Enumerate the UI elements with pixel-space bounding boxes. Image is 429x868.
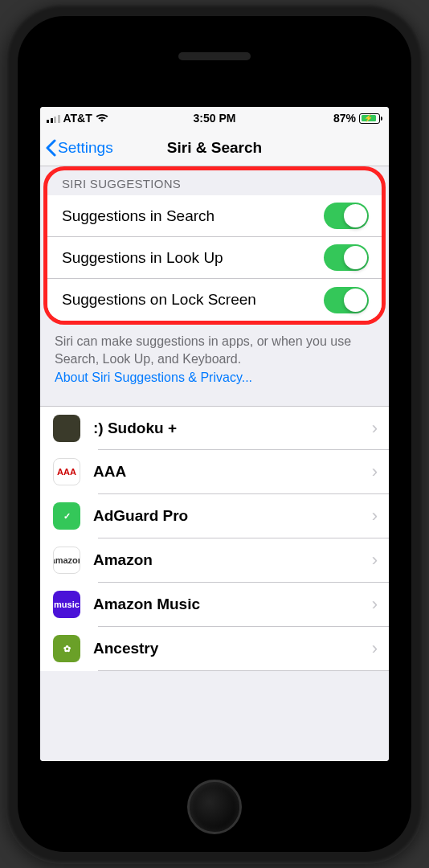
phone-inner: AT&T 3:50 PM 87% ⚡ Se: [18, 16, 411, 852]
back-label: Settings: [58, 139, 113, 157]
content[interactable]: SIRI SUGGESTIONS Suggestions in Search S…: [40, 166, 389, 761]
app-label: Ancestry: [93, 640, 372, 657]
app-label: Amazon Music: [93, 596, 372, 613]
wifi-icon: [96, 113, 108, 123]
chevron-right-icon: ›: [372, 461, 378, 482]
chevron-right-icon: ›: [372, 550, 378, 571]
home-button[interactable]: [187, 780, 242, 834]
app-label: :) Sudoku +: [93, 420, 372, 437]
back-button[interactable]: Settings: [45, 139, 113, 157]
status-right: 87% ⚡: [333, 112, 382, 125]
app-row[interactable]: AAAAAA›: [40, 450, 389, 494]
app-label: AdGuard Pro: [93, 507, 372, 525]
chevron-right-icon: ›: [372, 418, 378, 439]
row-label: Suggestions in Look Up: [62, 249, 324, 267]
phone-frame: AT&T 3:50 PM 87% ⚡ Se: [6, 4, 423, 864]
app-row[interactable]: ✓AdGuard Pro›: [40, 494, 389, 538]
app-icon: music: [53, 591, 80, 618]
row-label: Suggestions in Search: [62, 207, 324, 225]
row-suggestions-lockscreen[interactable]: Suggestions on Lock Screen: [47, 279, 382, 321]
row-label: Suggestions on Lock Screen: [62, 291, 324, 309]
status-bar: AT&T 3:50 PM 87% ⚡: [40, 107, 389, 129]
chevron-right-icon: ›: [372, 638, 378, 659]
privacy-link[interactable]: About Siri Suggestions & Privacy...: [55, 369, 374, 387]
toggle-switch[interactable]: [324, 203, 369, 229]
app-row[interactable]: musicAmazon Music›: [40, 583, 389, 627]
section-header: SIRI SUGGESTIONS: [47, 170, 382, 195]
status-left: AT&T: [47, 112, 108, 125]
app-row[interactable]: amazonAmazon›: [40, 538, 389, 583]
app-icon: [53, 415, 80, 442]
chevron-right-icon: ›: [372, 594, 378, 615]
chevron-left-icon: [45, 139, 56, 157]
highlight-annotation: SIRI SUGGESTIONS Suggestions in Search S…: [43, 166, 386, 325]
app-row[interactable]: ✿Ancestry›: [40, 627, 389, 671]
toggle-switch[interactable]: [324, 287, 369, 313]
app-icon: amazon: [53, 547, 80, 574]
app-icon: AAA: [53, 458, 80, 485]
battery-icon: ⚡: [359, 113, 382, 124]
charging-icon: ⚡: [364, 115, 373, 122]
section-footer: Siri can make suggestions in apps, or wh…: [40, 325, 389, 401]
chevron-right-icon: ›: [372, 506, 378, 526]
app-label: AAA: [93, 463, 372, 481]
screen: AT&T 3:50 PM 87% ⚡ Se: [40, 107, 389, 761]
footer-text: Siri can make suggestions in apps, or wh…: [55, 334, 351, 366]
row-suggestions-search[interactable]: Suggestions in Search: [47, 195, 382, 237]
toggle-switch[interactable]: [324, 244, 369, 271]
carrier-label: AT&T: [63, 112, 92, 125]
row-suggestions-lookup[interactable]: Suggestions in Look Up: [47, 237, 382, 279]
nav-bar: Settings Siri & Search: [40, 129, 389, 166]
speaker-grille: [178, 52, 251, 60]
signal-icon: [47, 113, 60, 123]
app-icon: ✓: [53, 502, 80, 530]
app-label: Amazon: [93, 551, 372, 569]
battery-percent: 87%: [333, 112, 356, 125]
apps-group: :) Sudoku +›AAAAAA›✓AdGuard Pro›amazonAm…: [40, 406, 389, 671]
app-icon: ✿: [53, 635, 80, 662]
app-row[interactable]: :) Sudoku +›: [40, 406, 389, 450]
